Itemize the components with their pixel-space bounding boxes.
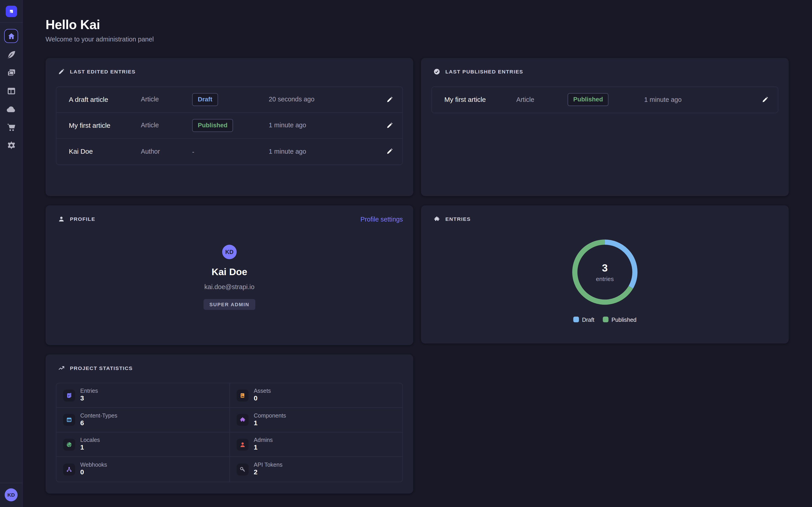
- sidebar-bottom: KD: [0, 483, 22, 507]
- dashboard-grid: LAST EDITED ENTRIES A draft article Arti…: [46, 58, 789, 494]
- stat-icon-tile: [237, 439, 249, 450]
- key-icon: [239, 466, 246, 472]
- edit-entry-button[interactable]: [755, 97, 768, 103]
- profile-card: PROFILE Profile settings KD Kai Doe kai.…: [46, 205, 413, 345]
- last-published-table: My first article Article Published 1 min…: [432, 86, 778, 113]
- entry-time: 20 seconds ago: [269, 96, 379, 103]
- entry-type: Author: [141, 148, 192, 155]
- gear-icon: [6, 140, 16, 151]
- chart-legend: Draft Published: [432, 317, 778, 323]
- entry-status: Published: [192, 119, 269, 131]
- stat-components: Components 1: [230, 408, 402, 433]
- stat-label: Assets: [254, 388, 271, 394]
- strapi-logo[interactable]: [5, 6, 17, 17]
- edit-pencil-icon: [387, 122, 393, 129]
- stat-icon-tile: [63, 414, 75, 426]
- edit-pencil-icon: [387, 148, 393, 155]
- home-icon: [7, 32, 15, 40]
- stat-api-tokens: API Tokens 2: [230, 457, 402, 482]
- stat-text: Components 1: [254, 412, 286, 428]
- entry-time: 1 minute ago: [269, 122, 379, 129]
- edit-entry-button[interactable]: [379, 122, 393, 129]
- entries-header: ENTRIES: [432, 216, 778, 222]
- stat-value: 1: [80, 444, 100, 452]
- entries-card: ENTRIES 3 entries: [421, 205, 789, 343]
- stat-text: Locales 1: [80, 437, 100, 452]
- sidebar-item-settings[interactable]: [5, 139, 17, 152]
- sidebar-divider-top: [0, 22, 22, 23]
- profile-body: KD Kai Doe kai.doe@strapi.io SUPER ADMIN: [56, 223, 403, 310]
- stat-value: 2: [254, 468, 283, 477]
- stat-value: 1: [254, 419, 286, 428]
- globe-icon: [66, 441, 72, 448]
- entry-status: Published: [567, 93, 644, 106]
- entry-type: Article: [141, 96, 192, 103]
- sidebar-item-content-manager[interactable]: [5, 49, 17, 61]
- strapi-logo-icon: [7, 8, 15, 15]
- sidebar-item-deploy[interactable]: [5, 103, 17, 115]
- profile-avatar: KD: [222, 244, 237, 259]
- role-badge: SUPER ADMIN: [204, 299, 255, 309]
- legend-label: Published: [611, 317, 637, 323]
- images-icon: [6, 68, 16, 78]
- page-title: Hello Kai: [46, 17, 789, 32]
- layout-icon: [66, 416, 72, 423]
- sidebar-item-content-type-builder[interactable]: [5, 85, 17, 97]
- sidebar-item-media-library[interactable]: [5, 67, 17, 79]
- last-edited-header: LAST EDITED ENTRIES: [56, 68, 403, 75]
- stat-value: 6: [80, 419, 117, 428]
- table-row: My first article Article Published 1 min…: [56, 113, 402, 138]
- sidebar: KD: [0, 0, 23, 507]
- feather-icon: [6, 50, 16, 60]
- document-icon: [66, 392, 72, 399]
- project-statistics-card: PROJECT STATISTICS: [46, 354, 413, 494]
- card-title: PROFILE: [70, 216, 95, 222]
- legend-item-draft: Draft: [573, 317, 594, 323]
- sidebar-item-marketplace[interactable]: [5, 121, 17, 133]
- stat-icon-tile: [237, 414, 249, 426]
- stat-icon-tile: [63, 439, 75, 450]
- stat-value: 3: [80, 395, 98, 403]
- page-subtitle: Welcome to your administration panel: [46, 36, 789, 43]
- pencil-icon: [58, 68, 65, 75]
- profile-settings-link[interactable]: Profile settings: [360, 216, 403, 223]
- user-avatar[interactable]: KD: [5, 488, 17, 501]
- profile-name: Kai Doe: [212, 266, 247, 278]
- entries-total: 3: [602, 262, 608, 274]
- stat-entries: Entries 3: [56, 383, 230, 408]
- profile-email: kai.doe@strapi.io: [204, 283, 254, 291]
- last-edited-table: A draft article Article Draft 20 seconds…: [56, 86, 403, 165]
- legend-label: Draft: [582, 317, 594, 323]
- status-badge: Published: [192, 119, 233, 131]
- table-row: Kai Doe Author - 1 minute ago: [56, 138, 402, 165]
- last-edited-entries-card: LAST EDITED ENTRIES A draft article Arti…: [46, 58, 413, 196]
- stat-text: Admins 1: [254, 437, 273, 452]
- entry-name: Kai Doe: [69, 148, 141, 155]
- stat-label: API Tokens: [254, 462, 283, 468]
- entry-type: Article: [141, 122, 192, 129]
- entry-name: My first article: [69, 121, 141, 129]
- entry-status: -: [192, 147, 269, 156]
- published-color-chip: [603, 317, 608, 323]
- legend-item-published: Published: [603, 317, 637, 323]
- table-row: My first article Article Published 1 min…: [432, 87, 778, 113]
- edit-pencil-icon: [762, 97, 768, 103]
- donut-center-label: 3 entries: [572, 239, 638, 305]
- puzzle-icon: [434, 216, 440, 222]
- person-icon: [239, 441, 246, 448]
- picture-icon: [239, 392, 246, 399]
- edit-entry-button[interactable]: [379, 96, 393, 103]
- stat-value: 0: [80, 468, 107, 477]
- stat-locales: Locales 1: [56, 433, 230, 457]
- entries-chart: 3 entries: [432, 239, 778, 305]
- entries-total-unit: entries: [596, 276, 614, 282]
- entry-name: A draft article: [69, 96, 141, 103]
- profile-header: PROFILE Profile settings: [56, 216, 403, 223]
- donut-chart: 3 entries: [572, 239, 638, 305]
- sidebar-item-home[interactable]: [4, 29, 18, 43]
- stat-label: Webhooks: [80, 462, 107, 468]
- edit-entry-button[interactable]: [379, 148, 393, 155]
- stat-label: Components: [254, 412, 286, 419]
- status-badge: Published: [567, 93, 609, 106]
- person-icon: [58, 216, 65, 223]
